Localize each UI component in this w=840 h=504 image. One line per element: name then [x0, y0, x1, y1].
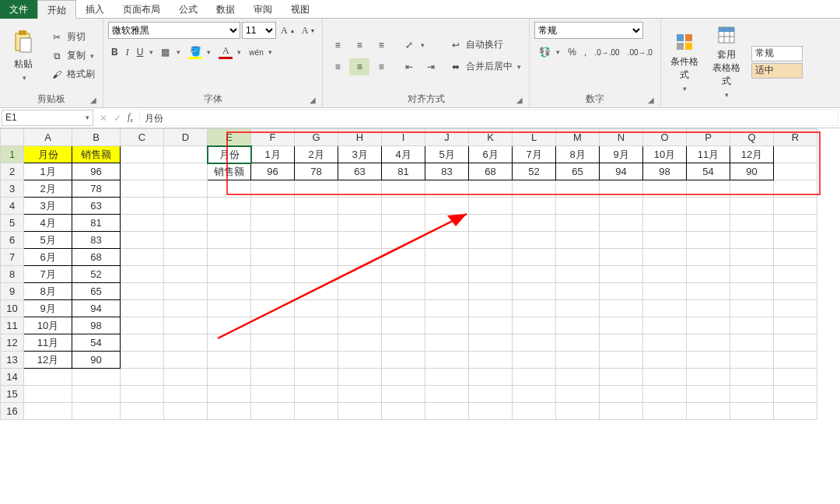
wrap-text-button[interactable]: ↩自动换行: [446, 37, 524, 54]
cell-K13[interactable]: [469, 352, 513, 369]
cell-O7[interactable]: [643, 249, 687, 266]
tab-formulas[interactable]: 公式: [170, 0, 207, 19]
cell-I3[interactable]: [382, 180, 425, 198]
cell-C14[interactable]: [121, 369, 164, 386]
cell-J9[interactable]: [425, 283, 469, 300]
cell-B13[interactable]: 90: [72, 352, 121, 369]
cell-L4[interactable]: [513, 198, 556, 215]
cell-N9[interactable]: [600, 283, 643, 300]
align-bottom-button[interactable]: ≡: [371, 37, 391, 54]
cell-G5[interactable]: [295, 215, 338, 232]
cell-P14[interactable]: [687, 369, 730, 386]
cell-R5[interactable]: [774, 215, 817, 232]
row-header-10[interactable]: 10: [1, 300, 24, 317]
cell-H7[interactable]: [338, 249, 382, 266]
cell-R8[interactable]: [774, 266, 817, 283]
cell-N15[interactable]: [600, 386, 643, 403]
paste-button[interactable]: 粘贴 ▾: [5, 26, 42, 85]
cell-B3[interactable]: 78: [72, 180, 121, 198]
cell-O13[interactable]: [643, 352, 687, 369]
cell-I4[interactable]: [382, 198, 425, 215]
row-header-13[interactable]: 13: [1, 352, 24, 369]
cell-D5[interactable]: [164, 215, 208, 232]
cell-M6[interactable]: [556, 232, 600, 249]
cell-P2[interactable]: 54: [687, 163, 730, 180]
cell-G13[interactable]: [295, 352, 338, 369]
cell-A10[interactable]: 9月: [24, 300, 72, 317]
cell-H13[interactable]: [338, 352, 382, 369]
cell-C9[interactable]: [121, 283, 164, 300]
dialog-launcher-icon[interactable]: ◢: [90, 96, 96, 104]
cell-G15[interactable]: [295, 386, 338, 403]
cell-M14[interactable]: [556, 369, 600, 386]
underline-button[interactable]: U: [134, 45, 147, 59]
cell-I13[interactable]: [382, 352, 425, 369]
cell-O6[interactable]: [643, 232, 687, 249]
cell-R11[interactable]: [774, 317, 817, 334]
format-painter-button[interactable]: 🖌格式刷: [47, 66, 98, 83]
cell-Q12[interactable]: [730, 334, 774, 352]
cell-L15[interactable]: [513, 386, 556, 403]
cell-E14[interactable]: [208, 369, 251, 386]
increase-indent-button[interactable]: ⇥: [421, 58, 441, 75]
cell-H1[interactable]: 3月: [338, 146, 382, 163]
cell-B6[interactable]: 83: [72, 232, 121, 249]
cell-H8[interactable]: [338, 266, 382, 283]
cell-B15[interactable]: [72, 386, 121, 403]
row-header-6[interactable]: 6: [1, 232, 24, 249]
cell-C8[interactable]: [121, 266, 164, 283]
cell-A14[interactable]: [24, 369, 72, 386]
cell-A11[interactable]: 10月: [24, 317, 72, 334]
cell-P1[interactable]: 11月: [687, 146, 730, 163]
cell-R14[interactable]: [774, 369, 817, 386]
cell-J5[interactable]: [425, 215, 469, 232]
cell-A8[interactable]: 7月: [24, 266, 72, 283]
cell-E1[interactable]: 月份: [208, 146, 251, 163]
cell-J3[interactable]: [425, 180, 469, 198]
cell-Q2[interactable]: 90: [730, 163, 774, 180]
cell-C10[interactable]: [121, 300, 164, 317]
cell-G12[interactable]: [295, 334, 338, 352]
col-header-O[interactable]: O: [643, 129, 687, 146]
align-left-button[interactable]: ≡: [327, 58, 348, 75]
cell-E12[interactable]: [208, 334, 251, 352]
cell-D6[interactable]: [164, 232, 208, 249]
cell-M4[interactable]: [556, 198, 600, 215]
cell-R15[interactable]: [774, 386, 817, 403]
cell-D12[interactable]: [164, 334, 208, 352]
cell-C6[interactable]: [121, 232, 164, 249]
col-header-G[interactable]: G: [295, 129, 338, 146]
cell-A4[interactable]: 3月: [24, 198, 72, 215]
cell-D14[interactable]: [164, 369, 208, 386]
font-name-select[interactable]: 微软雅黑: [108, 22, 240, 39]
cell-M7[interactable]: [556, 249, 600, 266]
worksheet[interactable]: ABCDEFGHIJKLMNOPQR1月份销售额月份1月2月3月4月5月6月7月…: [0, 128, 840, 420]
align-center-button[interactable]: ≡: [349, 58, 369, 75]
cell-E2[interactable]: 销售额: [208, 163, 251, 180]
decrease-indent-button[interactable]: ⇤: [399, 58, 419, 75]
cell-I12[interactable]: [382, 334, 425, 352]
row-header-12[interactable]: 12: [1, 334, 24, 352]
row-header-1[interactable]: 1: [1, 146, 24, 163]
cell-F5[interactable]: [251, 215, 295, 232]
phonetic-button[interactable]: wén▾: [246, 47, 275, 58]
cell-L9[interactable]: [513, 283, 556, 300]
cell-R3[interactable]: [774, 180, 817, 198]
orientation-button[interactable]: ⤢▾: [399, 37, 428, 54]
cell-O9[interactable]: [643, 283, 687, 300]
cell-D15[interactable]: [164, 386, 208, 403]
cell-R16[interactable]: [774, 403, 817, 420]
cell-G7[interactable]: [295, 249, 338, 266]
cell-P16[interactable]: [687, 403, 730, 420]
cell-B1[interactable]: 销售额: [72, 146, 121, 163]
cell-G6[interactable]: [295, 232, 338, 249]
tab-view[interactable]: 视图: [282, 0, 319, 19]
cell-E5[interactable]: [208, 215, 251, 232]
cell-P6[interactable]: [687, 232, 730, 249]
col-header-Q[interactable]: Q: [730, 129, 774, 146]
cell-J11[interactable]: [425, 317, 469, 334]
cell-H2[interactable]: 63: [338, 163, 382, 180]
cell-H16[interactable]: [338, 403, 382, 420]
cell-D2[interactable]: [164, 163, 208, 180]
cell-N1[interactable]: 9月: [600, 146, 643, 163]
